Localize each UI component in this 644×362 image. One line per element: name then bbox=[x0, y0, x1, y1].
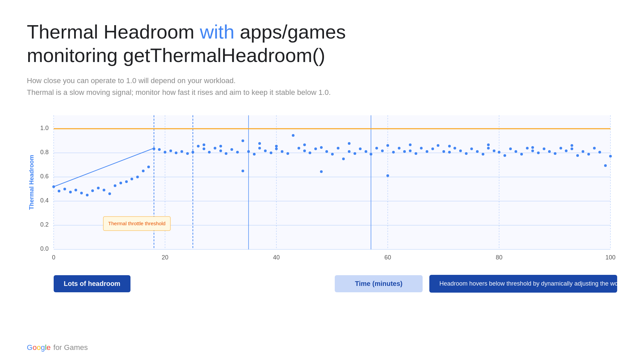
svg-point-27 bbox=[80, 192, 83, 194]
svg-point-65 bbox=[292, 134, 294, 137]
svg-point-95 bbox=[459, 149, 462, 152]
svg-point-105 bbox=[515, 150, 517, 153]
svg-point-26 bbox=[74, 189, 77, 191]
svg-point-136 bbox=[571, 144, 573, 147]
svg-point-85 bbox=[403, 150, 406, 153]
svg-point-47 bbox=[192, 151, 194, 154]
svg-point-133 bbox=[448, 145, 451, 147]
svg-point-66 bbox=[298, 147, 300, 149]
svg-point-40 bbox=[153, 147, 155, 150]
svg-point-124 bbox=[219, 145, 222, 147]
svg-point-92 bbox=[442, 150, 445, 153]
lots-headroom-badge: Lots of headroom bbox=[54, 275, 130, 292]
svg-point-119 bbox=[593, 147, 596, 149]
chart-svg: Thermal Headroom bbox=[27, 109, 617, 269]
svg-point-48 bbox=[197, 145, 200, 147]
svg-point-57 bbox=[247, 150, 250, 153]
svg-point-86 bbox=[409, 149, 412, 152]
chart-container: Thermal Headroom bbox=[27, 109, 617, 269]
svg-point-74 bbox=[342, 158, 345, 160]
svg-point-87 bbox=[415, 152, 417, 155]
subtitle: How close you can operate to 1.0 will de… bbox=[27, 75, 617, 98]
svg-point-29 bbox=[91, 189, 94, 192]
svg-point-120 bbox=[598, 151, 601, 154]
svg-text:1.0: 1.0 bbox=[40, 125, 49, 131]
svg-point-106 bbox=[520, 153, 523, 156]
svg-text:0.8: 0.8 bbox=[40, 149, 49, 156]
svg-point-59 bbox=[258, 147, 261, 149]
svg-point-32 bbox=[108, 192, 111, 195]
svg-point-112 bbox=[554, 152, 556, 155]
svg-text:0.6: 0.6 bbox=[40, 173, 49, 180]
svg-point-44 bbox=[175, 152, 177, 154]
svg-point-61 bbox=[270, 152, 272, 154]
svg-point-51 bbox=[214, 147, 216, 149]
svg-point-52 bbox=[219, 149, 222, 152]
svg-point-110 bbox=[543, 147, 545, 150]
svg-point-90 bbox=[431, 147, 434, 150]
description-badge: Headroom hovers below threshold by dynam… bbox=[429, 275, 617, 293]
svg-point-73 bbox=[337, 147, 339, 149]
svg-point-115 bbox=[571, 147, 573, 150]
svg-point-132 bbox=[409, 143, 412, 146]
svg-point-122 bbox=[609, 155, 612, 158]
svg-text:0.2: 0.2 bbox=[40, 221, 49, 228]
svg-point-101 bbox=[493, 149, 495, 152]
svg-text:0.4: 0.4 bbox=[40, 197, 49, 204]
svg-point-24 bbox=[63, 188, 66, 190]
google-logo: Google for Games bbox=[27, 343, 88, 352]
svg-point-98 bbox=[476, 150, 479, 153]
svg-point-49 bbox=[203, 147, 205, 150]
svg-point-55 bbox=[236, 151, 239, 154]
svg-point-46 bbox=[186, 152, 189, 155]
svg-point-69 bbox=[314, 147, 317, 150]
svg-point-118 bbox=[587, 153, 590, 156]
svg-point-109 bbox=[537, 152, 540, 154]
svg-point-108 bbox=[531, 149, 534, 152]
svg-point-117 bbox=[582, 150, 584, 153]
svg-text:100: 100 bbox=[605, 254, 615, 261]
svg-text:40: 40 bbox=[273, 254, 280, 261]
svg-text:80: 80 bbox=[496, 254, 502, 261]
svg-point-54 bbox=[230, 148, 233, 151]
svg-text:0.0: 0.0 bbox=[40, 245, 49, 252]
svg-point-107 bbox=[526, 147, 529, 149]
svg-point-80 bbox=[375, 147, 378, 149]
svg-point-70 bbox=[320, 170, 323, 173]
svg-point-91 bbox=[437, 144, 439, 147]
svg-point-35 bbox=[125, 180, 128, 183]
for-games-text: for Games bbox=[53, 343, 88, 352]
svg-point-78 bbox=[365, 150, 367, 153]
svg-point-28 bbox=[86, 194, 89, 196]
svg-point-134 bbox=[487, 143, 490, 146]
svg-text:Thermal throttle threshold: Thermal throttle threshold bbox=[108, 221, 166, 226]
svg-point-111 bbox=[548, 150, 551, 153]
svg-point-97 bbox=[470, 147, 473, 150]
svg-point-82 bbox=[386, 174, 389, 177]
svg-point-99 bbox=[482, 153, 484, 156]
svg-point-58 bbox=[253, 153, 256, 156]
svg-point-104 bbox=[509, 147, 512, 150]
svg-point-77 bbox=[359, 147, 362, 150]
svg-point-129 bbox=[320, 146, 323, 149]
svg-point-130 bbox=[348, 142, 351, 145]
svg-point-23 bbox=[58, 190, 60, 192]
svg-point-116 bbox=[576, 154, 579, 157]
svg-point-67 bbox=[303, 149, 306, 152]
svg-point-84 bbox=[398, 147, 400, 149]
svg-point-60 bbox=[264, 149, 267, 152]
svg-point-113 bbox=[559, 147, 562, 149]
svg-point-53 bbox=[225, 152, 227, 155]
svg-point-33 bbox=[114, 184, 116, 187]
svg-point-121 bbox=[604, 164, 607, 167]
svg-point-25 bbox=[69, 191, 72, 193]
svg-point-88 bbox=[420, 147, 423, 149]
svg-point-34 bbox=[119, 182, 122, 184]
svg-point-41 bbox=[158, 148, 161, 151]
svg-point-43 bbox=[169, 149, 172, 152]
svg-point-114 bbox=[565, 149, 568, 152]
svg-point-62 bbox=[275, 147, 278, 150]
svg-point-123 bbox=[203, 143, 205, 146]
svg-text:Thermal Headroom: Thermal Headroom bbox=[28, 155, 35, 210]
svg-point-126 bbox=[258, 142, 261, 145]
